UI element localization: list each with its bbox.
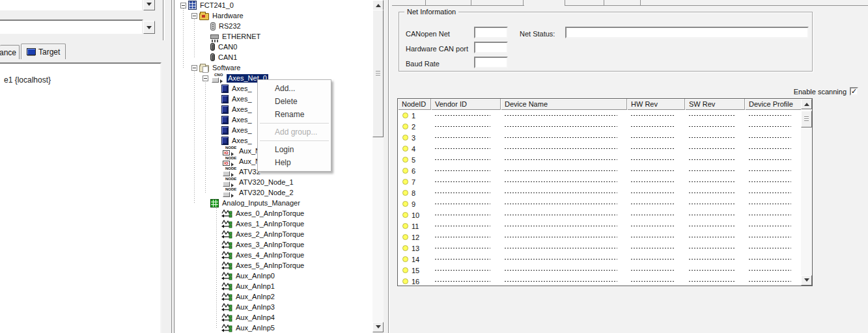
placeholder-dashes: [631, 170, 675, 171]
tree-item[interactable]: Aux_AnInp0: [175, 271, 372, 281]
enable-scanning-checkbox[interactable]: ✓: [850, 87, 858, 96]
tree-item[interactable]: Analog_Inputs_Manager: [175, 198, 372, 208]
table-row[interactable]: 2: [398, 121, 812, 132]
table-row[interactable]: 11: [398, 220, 812, 232]
scrollbar-down-button[interactable]: [372, 322, 384, 332]
menu-item-add[interactable]: Add...: [258, 82, 331, 95]
node-id-cell: 13: [398, 243, 431, 254]
folder-software-icon: [199, 65, 209, 72]
empty-cell: [627, 165, 685, 176]
table-row[interactable]: 5: [398, 154, 812, 165]
menu-item-rename[interactable]: Rename: [258, 108, 331, 121]
tree-item[interactable]: Aux_AnInp2: [175, 291, 372, 302]
tree-expander-minus[interactable]: [203, 75, 208, 81]
tab-target[interactable]: Target: [21, 44, 66, 59]
table-row[interactable]: 13: [398, 243, 812, 254]
node-status-icon: [402, 124, 408, 129]
table-scrollbar[interactable]: [801, 99, 812, 286]
placeholder-dashes: [749, 170, 791, 171]
net-status-input[interactable]: [567, 28, 807, 37]
placeholder-dashes: [435, 126, 490, 127]
tree-expander-minus[interactable]: [191, 65, 197, 71]
placeholder-dashes: [689, 281, 735, 282]
tree-scrollbar[interactable]: [372, 0, 384, 333]
empty-cell: [685, 121, 745, 132]
tree-border-line: [174, 0, 175, 333]
tree-expander-minus[interactable]: [180, 3, 186, 8]
tree-item[interactable]: ETHERNET: [175, 31, 372, 42]
left-combo-1-input[interactable]: [0, 0, 143, 12]
table-row[interactable]: 15: [398, 265, 812, 276]
tree-expander-minus[interactable]: [191, 13, 197, 19]
table-row[interactable]: 10: [398, 209, 812, 220]
hardware-can-port-input[interactable]: [475, 43, 507, 52]
tree-item[interactable]: CAN1: [175, 52, 372, 62]
table-row[interactable]: 14: [398, 254, 812, 265]
tree-item[interactable]: Axes_5_AnInpTorque: [175, 260, 372, 271]
tree-item[interactable]: Axes_0_AnInpTorque: [175, 208, 372, 219]
column-header-sw-rev[interactable]: SW Rev: [685, 99, 745, 110]
baud-rate-input[interactable]: [475, 58, 507, 67]
table-row[interactable]: 16: [398, 276, 812, 286]
tree-item[interactable]: NODEATV320_Node_1: [175, 177, 372, 187]
column-header-hw-rev[interactable]: HW Rev: [627, 99, 685, 110]
canopen-net-input[interactable]: [475, 28, 507, 37]
menu-item-help[interactable]: Help: [258, 156, 331, 169]
scrollbar-up-button[interactable]: [801, 99, 812, 109]
scrollbar-down-button[interactable]: [801, 275, 812, 286]
table-row[interactable]: 8: [398, 187, 812, 198]
table-row[interactable]: 4: [398, 143, 812, 154]
net-status-label: Net Status:: [520, 30, 555, 38]
canopen-net-field[interactable]: [474, 27, 508, 38]
scrollbar-up-button[interactable]: [372, 0, 384, 10]
tree-item[interactable]: Software: [175, 62, 372, 73]
node-id-cell: 6: [398, 165, 431, 176]
table-row[interactable]: 6: [398, 165, 812, 176]
analog-input-icon: [221, 219, 232, 228]
scrollbar-thumb[interactable]: [372, 10, 384, 137]
placeholder-dashes: [631, 226, 675, 226]
menu-item-delete[interactable]: Delete: [258, 95, 331, 108]
tree-item[interactable]: Aux_AnInp3: [175, 302, 372, 312]
tree-item[interactable]: Hardware: [175, 10, 372, 21]
tree-item-label: Aux_AnInp1: [234, 282, 276, 291]
tree-item[interactable]: Aux_AnInp4: [175, 312, 372, 323]
tree-item[interactable]: Aux_AnInp5: [175, 323, 372, 333]
column-header-device-profile[interactable]: Device Profile: [745, 99, 802, 110]
tab-partial[interactable]: ance: [0, 45, 20, 59]
tree-item-label: Hardware: [211, 12, 245, 20]
hardware-can-port-field[interactable]: [474, 42, 508, 53]
table-row[interactable]: 7: [398, 176, 812, 187]
tree-item[interactable]: Axes_2_AnInpTorque: [175, 229, 372, 239]
tree-item[interactable]: NODEATV320_Node_2: [175, 187, 372, 198]
table-row[interactable]: 3: [398, 132, 812, 143]
column-header-nodeid[interactable]: NodeID: [398, 99, 431, 110]
tree-item[interactable]: CAN0: [175, 42, 372, 52]
tree-item[interactable]: Aux_AnInp1: [175, 281, 372, 291]
menu-item-login[interactable]: Login: [258, 143, 331, 156]
group-edge-line: [163, 0, 163, 40]
node-icon: NODE: [221, 178, 236, 187]
tree-item-label: Analog_Inputs_Manager: [221, 199, 301, 207]
column-header-vendor-id[interactable]: Vendor ID: [431, 99, 501, 110]
tree-item[interactable]: Axes_1_AnInpTorque: [175, 219, 372, 229]
baud-rate-field[interactable]: [474, 57, 508, 68]
tree-item[interactable]: RS232: [175, 21, 372, 31]
empty-cell: [501, 132, 627, 143]
column-header-device-name[interactable]: Device Name: [501, 99, 627, 110]
table-row[interactable]: 1: [398, 110, 812, 121]
table-row[interactable]: 12: [398, 232, 812, 243]
tree-item[interactable]: Axes_4_AnInpTorque: [175, 250, 372, 260]
empty-cell: [627, 110, 685, 121]
left-combo-2-input[interactable]: [0, 20, 143, 35]
tree-item[interactable]: FCT241_0: [175, 0, 372, 10]
menu-item-label: Delete: [275, 97, 298, 106]
combo-2-dropdown-button[interactable]: [143, 21, 155, 34]
table-row[interactable]: 9: [398, 198, 812, 209]
target-list-item[interactable]: e1 {localhost}: [0, 64, 160, 86]
combo-1-dropdown-button[interactable]: [143, 0, 155, 10]
net-status-field[interactable]: [565, 27, 809, 38]
tree-item[interactable]: Axes_3_AnInpTorque: [175, 239, 372, 250]
node-id-cell: 15: [398, 265, 431, 276]
scrollbar-thumb[interactable]: [801, 111, 812, 127]
